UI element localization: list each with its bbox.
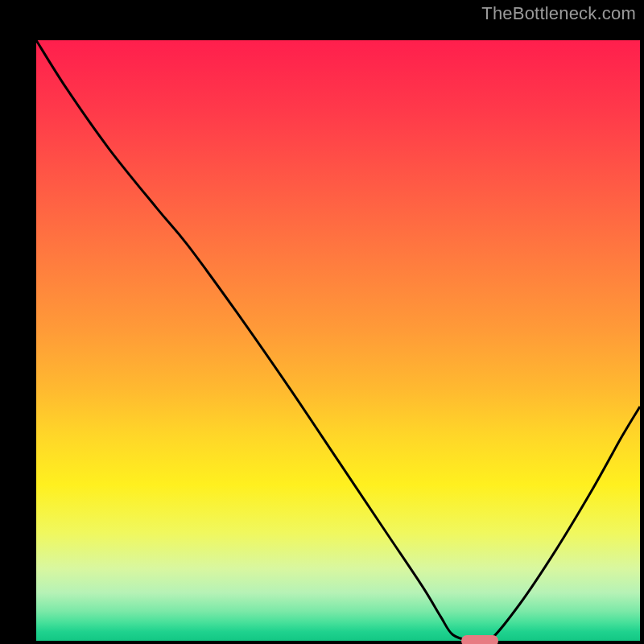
chart-plot-area bbox=[36, 40, 640, 641]
bottleneck-curve bbox=[36, 40, 640, 641]
optimal-marker bbox=[461, 635, 498, 644]
watermark-label: TheBottleneck.com bbox=[481, 3, 636, 24]
chart-frame bbox=[16, 16, 628, 628]
curve-path bbox=[36, 40, 640, 644]
